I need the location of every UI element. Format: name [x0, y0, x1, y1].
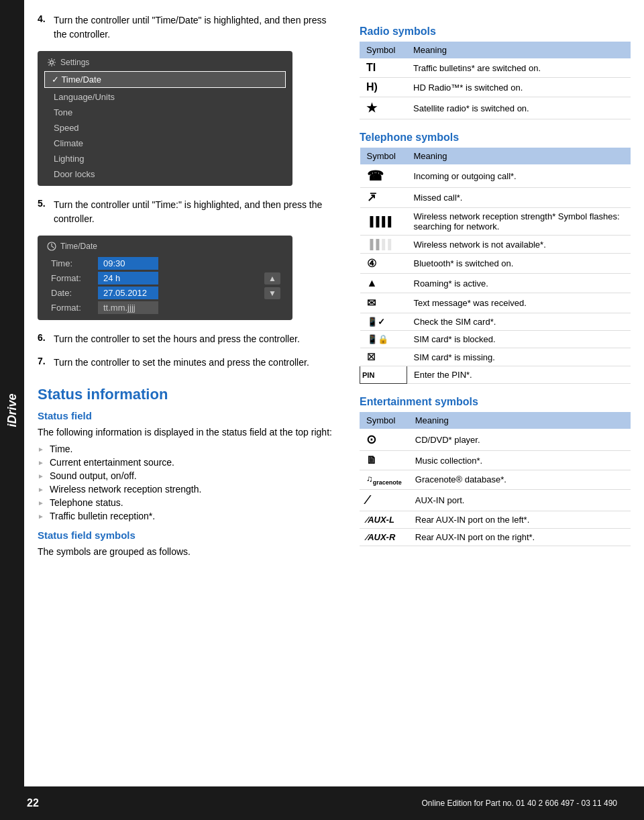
- tel-col-symbol: Symbol: [360, 148, 407, 164]
- telephone-symbol-table: Symbol Meaning ☎ Incoming or outgoing ca…: [360, 148, 631, 384]
- timepicker-title: Time/Date: [44, 240, 286, 255]
- nav-arrows-area: ▲ ▼: [259, 270, 286, 302]
- gear-icon: [47, 58, 56, 67]
- step-5: 5. Turn the controller until "Time:" is …: [38, 198, 339, 226]
- ent-mean-aux: AUX-IN port.: [409, 489, 631, 511]
- time-label-time: Time:: [51, 258, 98, 268]
- ent-sym-aux-l: ∕AUX-L: [360, 511, 409, 528]
- time-row-format1: Format: 24 h: [51, 272, 252, 285]
- ent-mean-gracenote: Gracenote® database*.: [409, 470, 631, 490]
- ent-mean-music: Music collection*.: [409, 451, 631, 470]
- tel-sym-signal: ▐▐▐▐: [360, 208, 407, 236]
- bullet-arrow-1: ►: [38, 446, 44, 453]
- radio-sym-hd: H): [360, 78, 407, 97]
- table-row: ▲ Roaming* is active.: [360, 274, 631, 293]
- ent-sym-aux-r: ∕AUX-R: [360, 528, 409, 546]
- bullet-arrow-2: ►: [38, 459, 44, 466]
- time-value-date: 27.05.2012: [98, 287, 158, 299]
- table-row: ∕ AUX-IN port.: [360, 489, 631, 511]
- entertainment-symbol-table: Symbol Meaning ⊙ CD/DVD* player. 🗎 Music…: [360, 412, 631, 546]
- status-symbols-subheading: Status field symbols: [38, 529, 339, 541]
- left-column: 4. Turn the controller until "Time/Date"…: [38, 13, 339, 563]
- table-row: PIN Enter the PIN*.: [360, 366, 631, 384]
- tel-sym-bt: ④: [360, 254, 407, 274]
- bullet-traffic: ► Traffic bulletin reception*.: [38, 511, 339, 521]
- menu-check: ✓: [52, 74, 61, 85]
- tel-sym-missing-sim: ☒: [360, 348, 407, 366]
- entertainment-section-title: Entertainment symbols: [360, 396, 631, 408]
- bullet-text-1: Time.: [50, 444, 72, 454]
- tel-sym-roam: ▲: [360, 274, 407, 293]
- time-row-date: Date: 27.05.2012: [51, 287, 252, 299]
- step-5-text: Turn the controller until "Time:" is hig…: [54, 198, 339, 226]
- table-row: ☒ SIM card* is missing.: [360, 348, 631, 366]
- radio-mean-hd: HD Radio™* is switched on.: [407, 78, 631, 97]
- timepicker-screenshot: Time/Date Time: 09:30 Format: 24 h Date:…: [38, 236, 292, 320]
- bullet-arrow-5: ►: [38, 499, 44, 507]
- radio-sym-sat: ★: [360, 97, 407, 119]
- ent-sym-cd: ⊙: [360, 429, 409, 451]
- time-value-format2: tt.mm.jjjj: [98, 301, 158, 314]
- settings-title-text: Settings: [60, 58, 89, 67]
- bullet-text-2: Current entertainment source.: [50, 457, 174, 468]
- status-field-subheading: Status field: [38, 410, 339, 421]
- tel-mean-signal: Wireless network reception strength* Sym…: [407, 208, 631, 236]
- tel-mean-missing-sim: SIM card* is missing.: [407, 348, 631, 366]
- radio-mean-ti: Traffic bulletins* are switched on.: [407, 58, 631, 78]
- step-7-text: Turn the controller to set the minutes a…: [54, 356, 309, 370]
- radio-col-meaning: Meaning: [407, 42, 631, 58]
- table-row: ▐▐▐▐ Wireless network reception strength…: [360, 208, 631, 236]
- table-row: ☎ Incoming or outgoing call*.: [360, 164, 631, 188]
- nav-arrow-up[interactable]: ▲: [264, 272, 280, 285]
- nav-arrow-down[interactable]: ▼: [264, 287, 280, 299]
- radio-symbol-table: Symbol Meaning TI Traffic bulletins* are…: [360, 42, 631, 119]
- step-7: 7. Turn the controller to set the minute…: [38, 356, 339, 370]
- radio-col-symbol: Symbol: [360, 42, 407, 58]
- ent-sym-aux: ∕: [360, 489, 409, 511]
- clock-icon: [47, 242, 56, 251]
- footer-text: Online Edition for Part no. 01 40 2 606 …: [421, 799, 617, 808]
- page-number: 22: [27, 797, 39, 809]
- bullet-arrow-4: ►: [38, 486, 44, 493]
- ent-mean-aux-r: Rear AUX-IN port on the right*.: [409, 528, 631, 546]
- bullet-time: ► Time.: [38, 444, 339, 454]
- bullet-text-5: Telephone status.: [50, 497, 123, 508]
- timepicker-title-text: Time/Date: [60, 242, 97, 251]
- tel-mean-missed: Missed call*.: [407, 188, 631, 208]
- side-tab-label: iDrive: [5, 393, 19, 427]
- svg-point-0: [50, 61, 54, 64]
- table-row: 📱✓ Check the SIM card*.: [360, 313, 631, 331]
- ent-sym-gracenote: ♫gracenote: [360, 470, 409, 490]
- table-row: TI Traffic bulletins* are switched on.: [360, 58, 631, 78]
- radio-mean-sat: Satellite radio* is switched on.: [407, 97, 631, 119]
- table-row: ∕AUX-R Rear AUX-IN port on the right*.: [360, 528, 631, 546]
- bullet-sound: ► Sound output, on/off.: [38, 470, 339, 481]
- time-label-format2: Format:: [51, 303, 98, 313]
- bullet-text-6: Traffic bulletin reception*.: [50, 511, 155, 521]
- table-row: ↗̅ Missed call*.: [360, 188, 631, 208]
- tel-sym-check-sim: 📱✓: [360, 313, 407, 331]
- table-row: 📱🔒 SIM card* is blocked.: [360, 331, 631, 348]
- table-row: 🗎 Music collection*.: [360, 451, 631, 470]
- bullet-arrow-3: ►: [38, 472, 44, 480]
- step-5-number: 5.: [38, 198, 48, 226]
- bullet-text-3: Sound output, on/off.: [50, 470, 137, 481]
- tel-sym-nosignal: ▐▐▐▐: [360, 236, 407, 254]
- footer: 22 Online Edition for Part no. 01 40 2 6…: [0, 786, 644, 820]
- bullet-entertainment: ► Current entertainment source.: [38, 457, 339, 468]
- table-row: ✉ Text message* was received.: [360, 293, 631, 313]
- ent-col-symbol: Symbol: [360, 412, 409, 429]
- tel-mean-check-sim: Check the SIM card*.: [407, 313, 631, 331]
- side-tab: iDrive: [0, 0, 24, 820]
- telephone-section-title: Telephone symbols: [360, 132, 631, 144]
- menu-item-language: Language/Units: [38, 89, 292, 105]
- status-symbols-text: The symbols are grouped as follows.: [38, 545, 339, 559]
- radio-section-title: Radio symbols: [360, 25, 631, 38]
- tel-mean-pin: Enter the PIN*.: [407, 366, 631, 384]
- bullet-telephone: ► Telephone status.: [38, 497, 339, 508]
- time-label-date: Date:: [51, 288, 98, 298]
- table-row: ♫gracenote Gracenote® database*.: [360, 470, 631, 490]
- tel-col-meaning: Meaning: [407, 148, 631, 164]
- tel-mean-bt: Bluetooth* is switched on.: [407, 254, 631, 274]
- tel-mean-sms: Text message* was received.: [407, 293, 631, 313]
